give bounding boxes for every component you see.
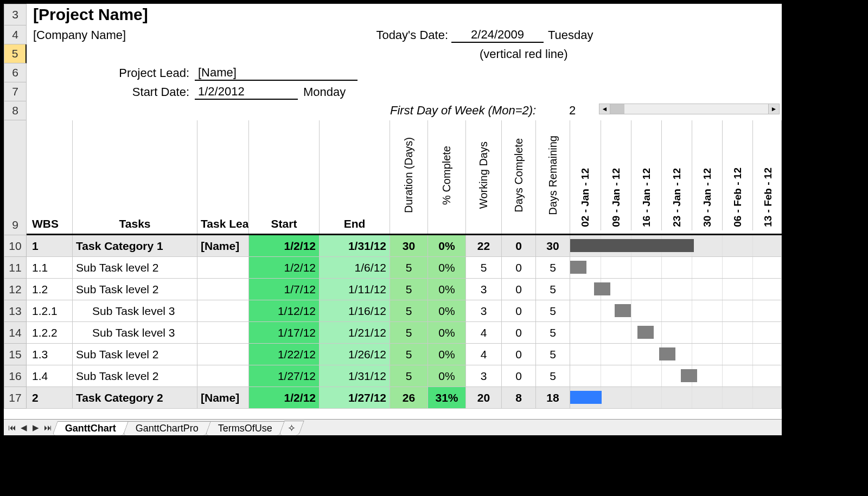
cell-duration[interactable]: 5: [390, 279, 428, 300]
cell-pct[interactable]: 0%: [428, 279, 466, 300]
cell-wbs[interactable]: 1: [27, 235, 73, 256]
cell-lead[interactable]: [197, 365, 249, 387]
scroll-right-icon[interactable]: ►: [768, 104, 779, 114]
row-header-4[interactable]: 4: [4, 25, 27, 44]
cell-wbs[interactable]: 1.3: [27, 344, 73, 365]
cell-wbs[interactable]: 1.2.1: [27, 300, 73, 321]
row-header-12[interactable]: 12: [4, 279, 27, 300]
row-header-17[interactable]: 17: [4, 387, 27, 409]
table-row[interactable]: 1.2Sub Task level 21/7/121/11/1250%305: [27, 279, 782, 300]
cell-pct[interactable]: 0%: [428, 322, 466, 343]
table-row[interactable]: 1.4Sub Task level 21/27/121/31/1250%305: [27, 365, 782, 387]
gantt-scrollbar[interactable]: ◄ ►: [599, 104, 780, 114]
tab-next-icon[interactable]: ▶: [30, 423, 42, 433]
gantt-week-header[interactable]: 23 - Jan - 12: [661, 120, 692, 230]
col-wd[interactable]: Working Days: [466, 120, 502, 234]
col-duration[interactable]: Duration (Days): [390, 120, 428, 234]
cell-start[interactable]: 1/2/12: [249, 387, 320, 408]
cell-task[interactable]: Sub Task level 3: [73, 300, 197, 321]
col-dc[interactable]: Days Complete: [502, 120, 536, 234]
cell-wbs[interactable]: 1.4: [27, 365, 73, 387]
cell-lead[interactable]: [197, 322, 249, 343]
row-header-16[interactable]: 16: [4, 365, 27, 387]
row-header-15[interactable]: 15: [4, 344, 27, 365]
cell-task[interactable]: Task Category 1: [73, 235, 197, 256]
cell-start[interactable]: 1/17/12: [249, 322, 320, 343]
cell-task[interactable]: Sub Task level 2: [73, 257, 197, 278]
cell-lead[interactable]: [197, 279, 249, 300]
col-lead[interactable]: Task Lead: [197, 120, 249, 234]
cell-pct[interactable]: 0%: [428, 365, 466, 387]
sheet-tab-new-icon[interactable]: ✧: [279, 421, 304, 435]
cell-dc[interactable]: 0: [502, 344, 536, 365]
cell-pct[interactable]: 0%: [428, 257, 466, 278]
cell-task[interactable]: Task Category 2: [73, 387, 197, 408]
cell-dr[interactable]: 30: [536, 235, 570, 256]
table-row[interactable]: 1Task Category 1[Name]1/2/121/31/12300%2…: [27, 235, 782, 257]
cell-wbs[interactable]: 1.2: [27, 279, 73, 300]
cell-wd[interactable]: 20: [466, 387, 502, 408]
cell-end[interactable]: 1/31/12: [320, 235, 390, 256]
cell-dc[interactable]: 0: [502, 279, 536, 300]
col-dr[interactable]: Days Remaining: [536, 120, 570, 234]
cell-task[interactable]: Sub Task level 2: [73, 279, 197, 300]
col-pct[interactable]: % Complete: [428, 120, 466, 234]
cell-dc[interactable]: 8: [502, 387, 536, 408]
cell-dr[interactable]: 5: [536, 257, 570, 278]
cell-task[interactable]: Sub Task level 3: [73, 322, 197, 343]
cell-wd[interactable]: 5: [466, 257, 502, 278]
gantt-week-header[interactable]: 13 - Feb - 12: [752, 120, 782, 230]
gantt-week-header[interactable]: 02 - Jan - 12: [570, 120, 601, 230]
table-row[interactable]: 2Task Category 2[Name]1/2/121/27/122631%…: [27, 387, 782, 409]
sheet-tab-termsofuse[interactable]: TermsOfUse: [205, 421, 285, 435]
cell-task[interactable]: Sub Task level 2: [73, 344, 197, 365]
cell-lead[interactable]: [197, 300, 249, 321]
gantt-week-header[interactable]: 30 - Jan - 12: [692, 120, 722, 230]
tab-last-icon[interactable]: ⏭: [42, 423, 54, 432]
cell-duration[interactable]: 26: [390, 387, 428, 408]
today-date[interactable]: 2/24/2009: [451, 28, 544, 43]
cell-pct[interactable]: 0%: [428, 300, 466, 321]
table-row[interactable]: 1.1Sub Task level 21/2/121/6/1250%505: [27, 257, 782, 279]
scroll-thumb[interactable]: [610, 104, 624, 114]
cell-lead[interactable]: [Name]: [197, 387, 249, 408]
cell-start[interactable]: 1/7/12: [249, 279, 320, 300]
row-header-11[interactable]: 11: [4, 257, 27, 279]
lead-value[interactable]: [Name]: [195, 66, 358, 81]
tab-first-icon[interactable]: ⏮: [6, 423, 18, 432]
cell-dr[interactable]: 5: [536, 279, 570, 300]
table-row[interactable]: 1.2.2Sub Task level 31/17/121/21/1250%40…: [27, 322, 782, 344]
cell-dr[interactable]: 5: [536, 322, 570, 343]
cell-wd[interactable]: 4: [466, 344, 502, 365]
col-tasks[interactable]: Tasks: [73, 120, 197, 234]
cell-dr[interactable]: 5: [536, 344, 570, 365]
row-header-3[interactable]: 3: [4, 4, 27, 25]
row-header-8[interactable]: 8: [4, 101, 27, 120]
row-header-13[interactable]: 13: [4, 300, 27, 322]
cell-pct[interactable]: 31%: [428, 387, 466, 408]
cell-duration[interactable]: 5: [390, 322, 428, 343]
scroll-track[interactable]: [610, 104, 768, 114]
cell-dc[interactable]: 0: [502, 365, 536, 387]
start-value[interactable]: 1/2/2012: [195, 85, 298, 100]
cell-wbs[interactable]: 2: [27, 387, 73, 408]
row-header-9[interactable]: 9: [4, 120, 27, 235]
cell-start[interactable]: 1/2/12: [249, 235, 320, 256]
company-name[interactable]: [Company Name]: [33, 28, 359, 42]
cell-dr[interactable]: 5: [536, 365, 570, 387]
row-header-7[interactable]: 7: [4, 82, 27, 101]
cell-end[interactable]: 1/27/12: [320, 387, 390, 408]
scroll-left-icon[interactable]: ◄: [599, 104, 610, 114]
cell-wbs[interactable]: 1.1: [27, 257, 73, 278]
cell-lead[interactable]: [197, 257, 249, 278]
cell-dc[interactable]: 0: [502, 257, 536, 278]
cell-lead[interactable]: [Name]: [197, 235, 249, 256]
cell-start[interactable]: 1/12/12: [249, 300, 320, 321]
project-name[interactable]: [Project Name]: [27, 4, 782, 25]
cell-duration[interactable]: 30: [390, 235, 428, 256]
cell-end[interactable]: 1/6/12: [320, 257, 390, 278]
fdow-value[interactable]: 2: [569, 104, 576, 118]
cell-wd[interactable]: 4: [466, 322, 502, 343]
cell-duration[interactable]: 5: [390, 300, 428, 321]
gantt-week-header[interactable]: 16 - Jan - 12: [631, 120, 661, 230]
